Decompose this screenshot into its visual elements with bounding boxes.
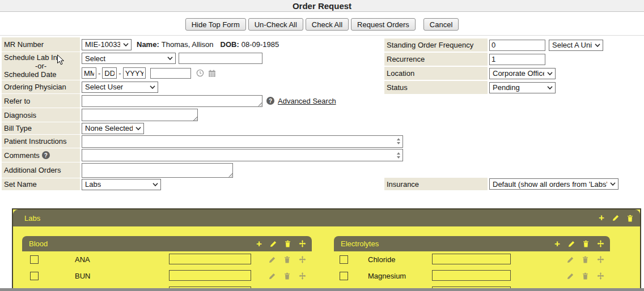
insurance-select[interactable]: Default (show all orders from 'Labs') (489, 178, 618, 190)
edit-icon[interactable] (567, 273, 574, 280)
chevron-down-icon (595, 44, 600, 47)
move-icon[interactable] (597, 256, 604, 263)
lab-item-input[interactable] (169, 254, 251, 264)
calendar-icon[interactable] (208, 70, 216, 77)
patient-dob-label: DOB: (221, 40, 239, 49)
delete-icon[interactable] (284, 256, 290, 263)
bill-type-select[interactable]: None Selected (82, 123, 144, 134)
separator-line (0, 35, 644, 36)
delete-icon[interactable] (582, 256, 588, 263)
comments-input[interactable] (82, 149, 403, 161)
lab-group-electrolytes: Electrolytes + Chloride (334, 236, 610, 291)
labs-body: Blood + ANA BUN (13, 226, 640, 291)
schedule-lab-in-select[interactable]: Select (82, 53, 176, 64)
delete-icon[interactable] (627, 215, 633, 222)
move-icon[interactable] (299, 256, 306, 263)
delete-icon[interactable] (284, 272, 290, 280)
add-icon[interactable]: + (554, 240, 560, 248)
set-name-row: Set Name Labs (2, 178, 405, 190)
patient-instructions-input[interactable] (82, 135, 403, 148)
request-orders-button[interactable]: Request Orders (351, 18, 416, 31)
cancel-button[interactable]: Cancel (423, 18, 459, 31)
edit-icon[interactable] (567, 256, 574, 263)
advanced-search-link[interactable]: Advanced Search (278, 97, 336, 105)
set-name-select[interactable]: Labs (82, 179, 161, 190)
additional-orders-input[interactable] (82, 163, 233, 178)
lab-item-checkbox[interactable] (30, 272, 39, 280)
move-icon[interactable] (597, 272, 604, 280)
patient-instructions-text[interactable] (82, 136, 396, 147)
help-icon[interactable]: ? (266, 97, 274, 105)
status-select[interactable]: Pending (489, 82, 556, 93)
labs-section-title: Labs (24, 214, 40, 222)
delete-icon[interactable] (582, 272, 588, 280)
add-icon[interactable]: + (599, 214, 604, 222)
location-row: Location Corporate Office (384, 67, 643, 80)
lab-item-checkbox[interactable] (340, 272, 348, 280)
hide-top-form-button[interactable]: Hide Top Form (185, 18, 246, 31)
bill-type-label: Bill Type (2, 122, 80, 134)
lab-item-row: Magnesium (334, 268, 610, 284)
resize-grip-icon[interactable] (228, 173, 232, 177)
edit-icon[interactable] (269, 273, 276, 280)
clock-icon[interactable] (196, 69, 204, 77)
standing-order-frequency-input[interactable] (489, 40, 545, 51)
chevron-down-icon (547, 72, 553, 75)
status-row: Status Pending (384, 81, 643, 94)
lab-item-input[interactable] (169, 270, 251, 281)
date-year-input[interactable] (123, 67, 146, 79)
spinner-icon[interactable] (396, 138, 401, 144)
lab-group-actions: + (554, 240, 604, 248)
page-title: Order Request (0, 0, 644, 12)
edit-icon[interactable] (270, 241, 277, 247)
date-month-input[interactable] (82, 67, 96, 79)
edit-icon[interactable] (612, 215, 619, 221)
date-separator: - (98, 69, 100, 78)
ordering-physician-select[interactable]: Select User (82, 82, 158, 93)
order-form-right: Standing Order Frequency Select A Unit R… (384, 38, 643, 95)
date-day-input[interactable] (102, 67, 117, 79)
insurance-label: Insurance (384, 178, 488, 190)
delete-icon[interactable] (285, 240, 291, 247)
lab-group-header[interactable]: Blood + (22, 236, 312, 251)
comments-text[interactable] (82, 149, 396, 161)
refer-to-row: Refer to ? Advanced Search (2, 94, 405, 108)
set-name-label: Set Name (2, 178, 80, 190)
additional-orders-row: Additional Orders (2, 162, 405, 178)
move-icon[interactable] (597, 240, 604, 247)
toolbar: Hide Top Form Un-Check All Check All Req… (0, 18, 644, 31)
resize-grip-icon[interactable] (193, 116, 197, 121)
lab-group-header[interactable]: Electrolytes + (334, 236, 610, 251)
location-select[interactable]: Corporate Office (489, 68, 556, 79)
diagnosis-row: Diagnosis (2, 108, 405, 122)
ordering-physician-row: Ordering Physician Select User (2, 80, 405, 93)
schedule-lab-in-value-input[interactable] (179, 53, 262, 64)
move-icon[interactable] (299, 272, 306, 280)
lab-item-label: BUN (75, 272, 90, 280)
check-all-button[interactable]: Check All (306, 18, 349, 31)
lab-item-checkbox[interactable] (340, 255, 348, 264)
lab-item-input[interactable] (432, 270, 511, 281)
mr-number-select[interactable]: MIE-10033 (82, 39, 132, 50)
add-icon[interactable]: + (256, 240, 262, 248)
resize-grip-icon[interactable] (257, 102, 262, 106)
edit-icon[interactable] (568, 241, 575, 247)
schedule-time-input[interactable] (150, 68, 191, 79)
help-icon[interactable]: ? (42, 151, 50, 159)
uncheck-all-button[interactable]: Un-Check All (248, 18, 303, 31)
lab-item-checkbox[interactable] (30, 255, 39, 264)
lab-item-input[interactable] (432, 254, 511, 264)
recurrence-input[interactable] (489, 54, 545, 65)
diagnosis-input[interactable] (82, 109, 198, 121)
spinner-icon[interactable] (396, 152, 401, 159)
delete-icon[interactable] (583, 240, 589, 247)
labs-section-header[interactable]: Labs + (13, 209, 640, 226)
lab-item-label: Magnesium (368, 272, 406, 280)
edit-icon[interactable] (269, 256, 276, 263)
refer-to-input[interactable] (82, 95, 262, 107)
chevron-down-icon (150, 85, 155, 89)
lab-item-actions (269, 256, 306, 263)
mouse-cursor (57, 54, 65, 67)
move-icon[interactable] (299, 240, 306, 247)
frequency-unit-select[interactable]: Select A Unit (549, 40, 603, 51)
